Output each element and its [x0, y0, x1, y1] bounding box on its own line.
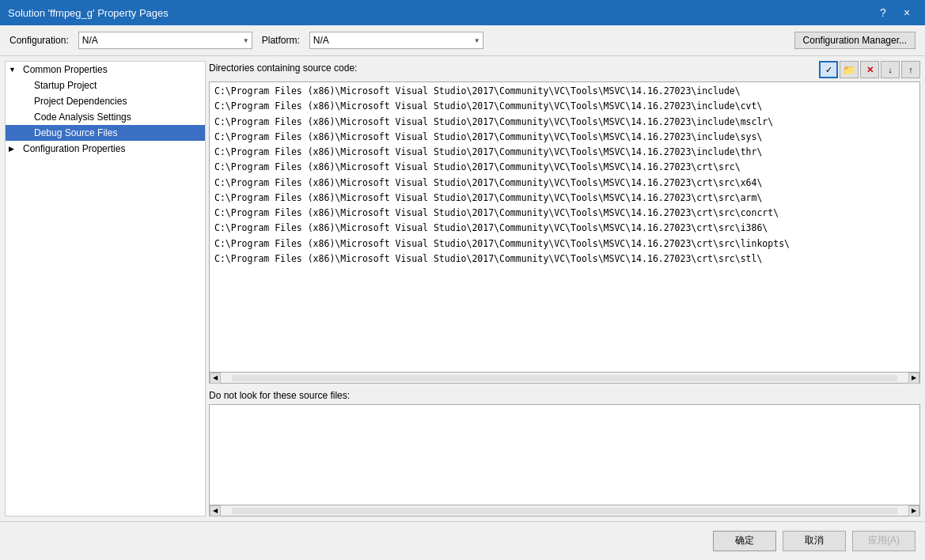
donot-hscroll-left[interactable]: ◀: [210, 505, 221, 516]
list-item[interactable]: C:\Program Files (x86)\Microsoft Visual …: [210, 236, 919, 252]
arrow-up-icon: ↑: [908, 65, 913, 74]
donot-hscroll-track[interactable]: [232, 508, 897, 514]
list-item[interactable]: C:\Program Files (x86)\Microsoft Visual …: [210, 206, 919, 221]
directories-list: C:\Program Files (x86)\Microsoft Visual …: [210, 82, 919, 268]
title-bar: Solution 'ffmpeg_g' Property Pages ? ×: [0, 0, 925, 25]
checkmark-button[interactable]: ✓: [819, 61, 838, 78]
list-item[interactable]: C:\Program Files (x86)\Microsoft Visual …: [210, 115, 919, 130]
delete-button[interactable]: ✕: [860, 61, 879, 78]
folder-button[interactable]: 📁: [840, 61, 859, 78]
sidebar-item-common-properties[interactable]: ▼Common Properties: [6, 62, 205, 78]
list-item[interactable]: C:\Program Files (x86)\Microsoft Visual …: [210, 145, 919, 160]
list-item[interactable]: C:\Program Files (x86)\Microsoft Visual …: [210, 130, 919, 145]
checkmark-icon: ✓: [825, 65, 832, 75]
sidebar-item-label: Common Properties: [23, 64, 108, 75]
list-item[interactable]: C:\Program Files (x86)\Microsoft Visual …: [210, 99, 919, 114]
arrow-down-icon: ↓: [888, 65, 893, 74]
close-button[interactable]: ×: [897, 4, 917, 21]
list-item[interactable]: C:\Program Files (x86)\Microsoft Visual …: [210, 221, 919, 236]
bottom-bar: 确定 取消 应用(A): [0, 521, 925, 559]
sidebar-item-project-dependencies[interactable]: Project Dependencies: [6, 93, 205, 109]
donot-list-container[interactable]: [209, 404, 920, 505]
list-item[interactable]: C:\Program Files (x86)\Microsoft Visual …: [210, 176, 919, 191]
config-bar: Configuration: N/A Platform: N/A Configu…: [0, 25, 925, 56]
help-button[interactable]: ?: [873, 4, 893, 21]
sidebar-item-label: Project Dependencies: [34, 96, 127, 107]
title-bar-controls: ? ×: [873, 4, 917, 21]
configuration-select-wrapper[interactable]: N/A: [78, 32, 252, 49]
dir-toolbar: ✓ 📁 ✕ ↓ ↑: [819, 61, 920, 78]
sidebar-item-debug-source-files[interactable]: Debug Source Files: [6, 125, 205, 141]
donot-hscrollbar[interactable]: ◀ ▶: [209, 505, 920, 516]
directories-label: Directories containing source code:: [209, 62, 357, 74]
main-content: ▼Common PropertiesStartup ProjectProject…: [0, 56, 925, 521]
sidebar-item-code-analysis-settings[interactable]: Code Analysis Settings: [6, 109, 205, 125]
hscroll-left-button[interactable]: ◀: [210, 373, 221, 384]
sidebar-item-label: Code Analysis Settings: [34, 112, 131, 123]
configuration-select[interactable]: N/A: [78, 32, 252, 49]
hscroll-track[interactable]: [232, 375, 897, 381]
platform-select-wrapper[interactable]: N/A: [309, 32, 483, 49]
list-item[interactable]: C:\Program Files (x86)\Microsoft Visual …: [210, 160, 919, 175]
confirm-button[interactable]: 确定: [713, 531, 776, 551]
sidebar-item-startup-project[interactable]: Startup Project: [6, 78, 205, 93]
expander-icon: ▶: [9, 145, 21, 153]
move-up-button[interactable]: ↑: [901, 61, 920, 78]
platform-select[interactable]: N/A: [309, 32, 483, 49]
donot-label: Do not look for these source files:: [209, 390, 920, 401]
directories-section: Directories containing source code: ✓ 📁 …: [209, 61, 920, 384]
cancel-button[interactable]: 取消: [783, 531, 846, 551]
expander-icon: ▼: [9, 66, 21, 74]
dialog-title: Solution 'ffmpeg_g' Property Pages: [8, 7, 169, 19]
sidebar-item-label: Configuration Properties: [23, 143, 125, 154]
list-item[interactable]: C:\Program Files (x86)\Microsoft Visual …: [210, 84, 919, 99]
move-down-button[interactable]: ↓: [881, 61, 900, 78]
donot-section: Do not look for these source files: ◀ ▶: [209, 390, 920, 516]
sidebar-item-label: Startup Project: [34, 80, 97, 91]
delete-icon: ✕: [866, 65, 874, 75]
dir-hscrollbar[interactable]: ◀ ▶: [209, 373, 920, 384]
sidebar: ▼Common PropertiesStartup ProjectProject…: [5, 61, 206, 516]
dir-header: Directories containing source code: ✓ 📁 …: [209, 61, 920, 78]
list-item[interactable]: C:\Program Files (x86)\Microsoft Visual …: [210, 252, 919, 267]
config-manager-button[interactable]: Configuration Manager...: [794, 32, 916, 49]
sidebar-item-configuration-properties[interactable]: ▶Configuration Properties: [6, 141, 205, 157]
platform-label: Platform:: [262, 35, 300, 46]
folder-icon: 📁: [843, 64, 855, 76]
configuration-label: Configuration:: [9, 35, 69, 46]
hscroll-right-button[interactable]: ▶: [908, 373, 919, 384]
apply-button[interactable]: 应用(A): [852, 531, 916, 551]
donot-hscroll-right[interactable]: ▶: [908, 505, 919, 516]
sidebar-item-label: Debug Source Files: [34, 127, 117, 138]
directories-list-container[interactable]: C:\Program Files (x86)\Microsoft Visual …: [209, 81, 920, 373]
right-panel: Directories containing source code: ✓ 📁 …: [209, 61, 920, 516]
list-item[interactable]: C:\Program Files (x86)\Microsoft Visual …: [210, 191, 919, 206]
